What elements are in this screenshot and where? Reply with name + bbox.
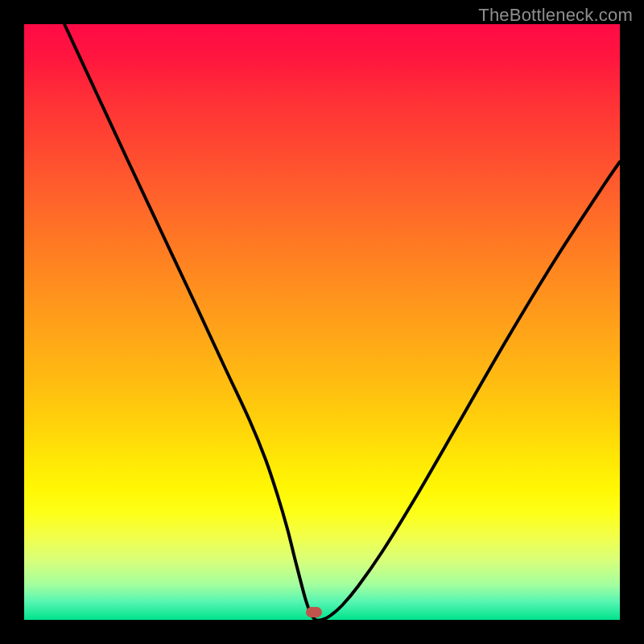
outer-frame: TheBottleneck.com: [0, 0, 644, 644]
plot-area: [24, 24, 620, 620]
optimum-marker-icon: [306, 607, 322, 617]
watermark-text: TheBottleneck.com: [478, 5, 633, 26]
bottleneck-curve: [24, 24, 620, 620]
